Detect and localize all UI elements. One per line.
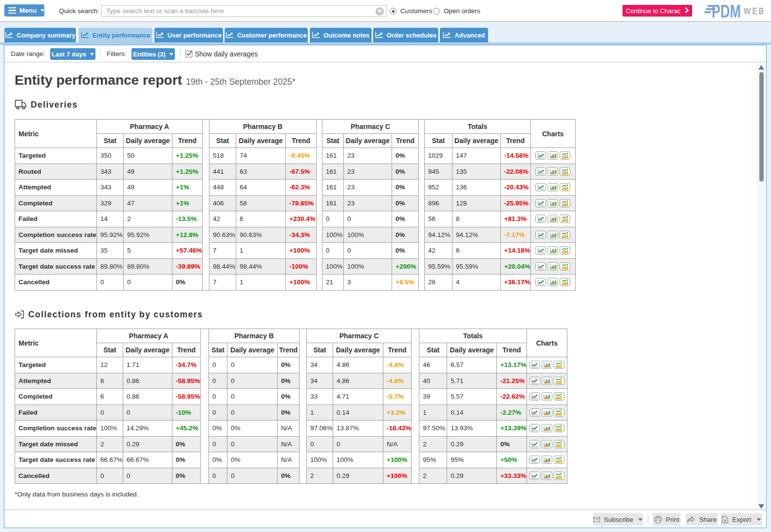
svg-text:WEB: WEB [744,6,765,16]
svg-text:PDM: PDM [712,1,741,19]
